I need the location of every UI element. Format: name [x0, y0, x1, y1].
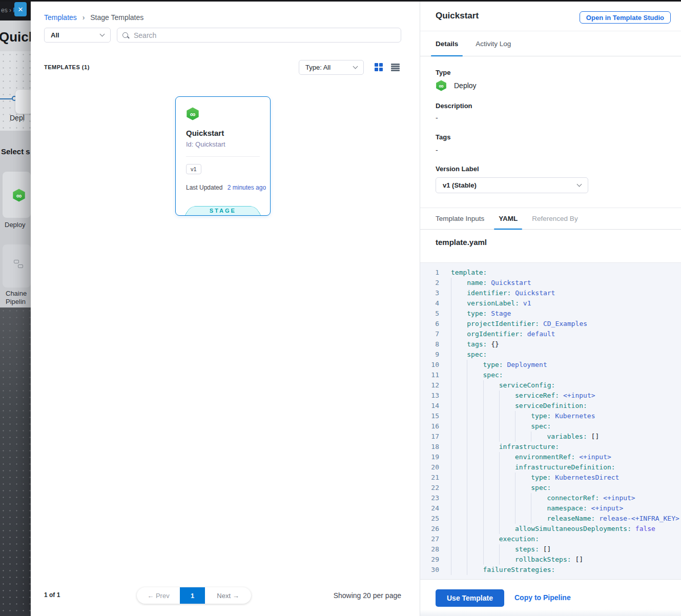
line-content: spec: [451, 484, 551, 491]
indent-guide [499, 411, 515, 421]
indent-guide [499, 462, 515, 473]
page-1-button[interactable]: 1 [180, 587, 205, 604]
stage-type-card-chained[interactable] [3, 244, 31, 288]
last-updated-label: Last Updated [186, 184, 222, 191]
code-line: 18infrastructure: [420, 442, 681, 452]
line-number: 21 [420, 473, 439, 483]
version-dropdown[interactable]: v1 (Stable) [436, 177, 588, 193]
search-input[interactable] [133, 31, 396, 40]
scope-filter-dropdown[interactable]: All [44, 28, 111, 43]
indent-guide [515, 411, 531, 421]
tab-yaml[interactable]: YAML [494, 208, 522, 229]
indent-guide [467, 411, 483, 421]
indent-guide [483, 411, 499, 421]
pipeline-stage-node[interactable] [15, 90, 31, 114]
indent-guide [531, 493, 547, 503]
code-line: 2name: Quickstart [420, 278, 681, 288]
search-box[interactable] [117, 28, 401, 43]
copy-to-pipeline-link[interactable]: Copy to Pipeline [514, 593, 571, 602]
indent-guide [483, 503, 499, 514]
top-edge-bar [0, 0, 681, 2]
line-number: 23 [420, 493, 439, 503]
pipeline-connector-line [0, 98, 12, 99]
prev-page-button[interactable]: ← Prev [137, 592, 180, 600]
template-card-quickstart[interactable]: ∞ Quickstart Id: Quickstart v1 Last Upda… [175, 96, 271, 216]
stage-type-card-deploy[interactable]: ∞ [3, 172, 31, 218]
line-number: 25 [420, 514, 439, 524]
line-number: 6 [420, 319, 439, 329]
indent-guide [451, 360, 467, 370]
indent-guide [483, 380, 499, 391]
indent-guide [451, 503, 467, 514]
card-divider [186, 156, 260, 157]
line-number: 11 [420, 370, 439, 380]
list-view-icon[interactable] [391, 64, 400, 71]
indent-guide [483, 442, 499, 452]
background-breadcrumb-prefix: es [1, 7, 8, 14]
line-number: 27 [420, 534, 439, 544]
line-content: versionLabel: v1 [451, 299, 531, 307]
yaml-code[interactable]: 1template:2name: Quickstart3identifier: … [420, 262, 681, 579]
indent-guide [467, 442, 483, 452]
indent-guide [499, 452, 515, 462]
tab-template-inputs[interactable]: Template Inputs [431, 208, 489, 229]
code-line: 15type: Kubernetes [420, 411, 681, 421]
indent-guide [483, 483, 499, 493]
indent-guide [451, 544, 467, 555]
indent-guide [451, 370, 467, 380]
breadcrumb-templates-link[interactable]: Templates [44, 13, 77, 22]
indent-guide [451, 514, 467, 524]
indent-guide [451, 339, 467, 350]
indent-guide [483, 462, 499, 473]
open-in-template-studio-button[interactable]: Open in Template Studio [580, 11, 671, 24]
indent-guide [483, 391, 499, 401]
code-line: 23connectorRef: <+input> [420, 493, 681, 503]
line-content: releaseName: release-<+INFRA_KEY> [451, 515, 679, 522]
tab-details[interactable]: Details [431, 31, 463, 56]
indent-guide [467, 360, 483, 370]
indent-guide [467, 370, 483, 380]
line-content: type: Deployment [451, 361, 547, 368]
line-number: 19 [420, 452, 439, 462]
type-filter-dropdown[interactable]: Type: All [299, 60, 364, 75]
line-number: 9 [420, 350, 439, 360]
chevron-down-icon [353, 64, 358, 69]
indent-guide [483, 473, 499, 483]
indent-guide [467, 524, 483, 534]
tab-referenced-by[interactable]: Referenced By [527, 208, 582, 229]
detail-header: Quickstart Open in Template Studio [420, 0, 681, 31]
tab-activity-log[interactable]: Activity Log [471, 31, 515, 56]
code-line: 14serviceDefinition: [420, 401, 681, 411]
indent-guide [467, 391, 483, 401]
line-number: 30 [420, 565, 439, 575]
indent-guide [499, 544, 515, 555]
indent-guide [515, 483, 531, 493]
use-template-button[interactable]: Use Template [436, 589, 504, 607]
code-line: 3identifier: Quickstart [420, 288, 681, 298]
indent-guide [499, 493, 515, 503]
indent-guide [499, 503, 515, 514]
close-drawer-button[interactable]: ✕ [14, 2, 27, 16]
line-number: 22 [420, 483, 439, 493]
tags-label: Tags [436, 133, 450, 141]
line-content: environmentRef: <+input> [451, 453, 611, 461]
code-line: 29rollbackSteps: [] [420, 555, 681, 565]
code-line: 9spec: [420, 350, 681, 360]
deploy-icon: ∞ [436, 80, 447, 91]
grid-view-icon[interactable] [375, 63, 383, 71]
line-content: failureStrategies: [451, 566, 555, 573]
background-dark-canvas [0, 307, 31, 616]
line-number: 20 [420, 462, 439, 473]
code-line: 10type: Deployment [420, 360, 681, 370]
indent-guide [515, 432, 531, 442]
next-page-button[interactable]: Next → [205, 592, 251, 600]
last-updated-row: Last Updated 2 minutes ago [186, 184, 266, 191]
indent-guide [451, 421, 467, 432]
indent-guide [451, 565, 467, 575]
indent-guide [499, 401, 515, 411]
close-icon: ✕ [18, 6, 24, 13]
code-line: 17variables: [] [420, 432, 681, 442]
indent-guide [467, 452, 483, 462]
indent-guide [451, 555, 467, 565]
search-icon [122, 32, 128, 38]
